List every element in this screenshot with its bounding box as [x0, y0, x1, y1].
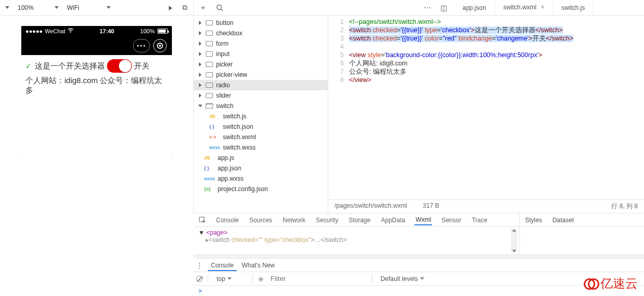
editor-tab[interactable]: switch.wxml×	[495, 0, 553, 15]
devtools-tab[interactable]: Wxml	[414, 216, 432, 225]
devtools-tab[interactable]: Network	[281, 217, 306, 224]
file-item[interactable]: < >switch.wxml	[194, 132, 328, 142]
filter-eye-icon[interactable]: ◉	[258, 275, 263, 282]
battery-percent: 100%	[140, 28, 155, 34]
signal-icon: ●●●●●	[25, 28, 43, 34]
clear-console-icon[interactable]	[196, 276, 203, 282]
editor-tab[interactable]: switch.js	[553, 0, 594, 15]
devtools-tabs: ConsoleSourcesNetworkSecurityStorageAppD…	[193, 213, 519, 227]
capsule-close[interactable]	[153, 39, 167, 52]
editor-tab[interactable]: app.json	[454, 0, 495, 15]
new-file-icon[interactable]: ＋	[197, 2, 209, 14]
line-gutter: 12345678	[328, 18, 349, 199]
folder-item[interactable]: slider	[194, 90, 328, 101]
network-dropdown[interactable]: WiFi	[64, 2, 114, 14]
switch-label: 开关	[134, 61, 150, 71]
detach-icon[interactable]: ⧉	[179, 2, 191, 14]
inspect-icon[interactable]	[198, 214, 207, 226]
devtools-tab[interactable]: Sources	[248, 217, 273, 224]
code-editor[interactable]: <!--pages/switch/switch.wxml--><switch c…	[349, 18, 644, 199]
file-tree[interactable]: buttoncheckboxforminputpickerpicker-view…	[194, 16, 328, 213]
folder-item[interactable]: checkbox	[194, 28, 328, 38]
file-path: /pages/switch/switch.wxml	[334, 202, 407, 211]
simulator: ●●●●● WeChat 17:40 100% ••• ✓	[21, 26, 172, 159]
folder-item[interactable]: radio	[194, 80, 328, 90]
search-icon[interactable]	[213, 2, 226, 14]
switch-control[interactable]	[107, 59, 132, 73]
folder-item[interactable]: button	[194, 18, 328, 28]
zoom-dropdown[interactable]: 100%	[15, 2, 62, 14]
battery-icon	[157, 29, 168, 34]
devtools-tab[interactable]: AppData	[380, 217, 406, 224]
checkbox-label: 这是一个开关选择器	[35, 61, 105, 71]
svg-line-1	[221, 9, 223, 11]
file-item[interactable]: { }switch.json	[194, 122, 328, 132]
file-item[interactable]: JSswitch.js	[194, 111, 328, 122]
console-prompt[interactable]: >	[193, 286, 644, 296]
file-item[interactable]: {o}project.config.json	[194, 184, 328, 194]
folder-item[interactable]: input	[194, 49, 328, 59]
info-line: 个人网站：idig8.com 公众号：编程坑太多	[25, 76, 168, 96]
folder-item[interactable]: form	[194, 38, 328, 49]
watermark-logo: 亿速云	[584, 275, 638, 292]
folder-item[interactable]: picker-view	[194, 70, 328, 80]
styles-tab[interactable]: Dataset	[547, 217, 579, 224]
context-dropdown[interactable]: top	[213, 274, 253, 284]
carrier-label: WeChat	[45, 28, 65, 34]
dom-scrollbar[interactable]	[511, 229, 517, 252]
console-panel-tab[interactable]: What's New	[238, 262, 278, 269]
console-panel-tab[interactable]: Console	[208, 262, 237, 271]
console-filter-input[interactable]	[269, 274, 372, 284]
sim-menu-toggle[interactable]	[2, 2, 12, 14]
folder-item[interactable]: picker	[194, 59, 328, 70]
svg-point-2	[70, 32, 71, 33]
mute-icon[interactable]: 🕨	[164, 2, 177, 14]
styles-tab[interactable]: Styles	[520, 217, 547, 224]
capsule-menu[interactable]: •••	[133, 39, 150, 52]
file-item[interactable]: WXSSapp.wxss	[194, 173, 328, 184]
devtools-tab[interactable]: Storage	[347, 217, 371, 224]
editor-tabs: app.jsonswitch.wxml×switch.js	[454, 0, 641, 15]
devtools-tab[interactable]: Console	[215, 217, 240, 224]
cursor-position: 行 8, 列 8	[611, 202, 638, 211]
network-value: WiFi	[67, 4, 79, 11]
devtools-tab[interactable]: Security	[315, 217, 339, 224]
folder-item[interactable]: switch	[194, 101, 328, 111]
devtools-tab[interactable]: Sensor	[440, 217, 462, 224]
devtools-tab[interactable]: Trace	[471, 217, 488, 224]
file-item[interactable]: JSapp.js	[194, 153, 328, 163]
clock-label: 17:40	[74, 28, 140, 34]
file-item[interactable]: { }app.json	[194, 163, 328, 173]
close-tab-icon[interactable]: ×	[541, 4, 544, 11]
console-menu-icon[interactable]: ⋮	[196, 262, 203, 269]
split-icon[interactable]: ◫	[438, 2, 450, 14]
file-item[interactable]: WXSSswitch.wxss	[194, 142, 328, 153]
zoom-value: 100%	[18, 4, 34, 11]
file-size: 317 B	[423, 202, 439, 211]
more-icon[interactable]: ⋯	[421, 2, 434, 14]
svg-point-0	[217, 5, 222, 9]
log-level-dropdown[interactable]: Default levels	[378, 275, 427, 282]
checkbox-icon[interactable]: ✓	[25, 62, 32, 70]
wifi-icon	[68, 28, 74, 34]
dom-tree[interactable]: ▼ <page> ▸<switch checked="" type="check…	[193, 227, 519, 254]
